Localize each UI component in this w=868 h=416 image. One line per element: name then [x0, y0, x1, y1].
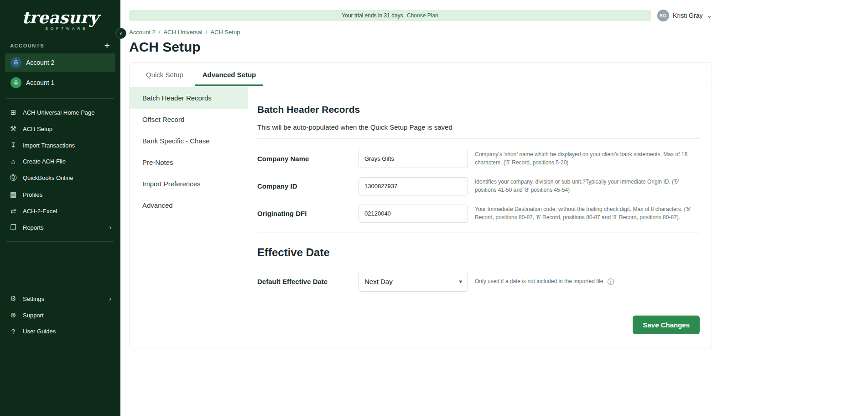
breadcrumb: Account 2 / ACH Universal / ACH Setup: [129, 29, 712, 36]
company-name-input[interactable]: [359, 150, 468, 168]
breadcrumb-separator: /: [159, 29, 161, 36]
default-effective-date-label: Default Effective Date: [257, 278, 352, 285]
chevron-down-icon: ⌄: [706, 11, 712, 20]
sidebar-collapse-button[interactable]: ‹: [115, 28, 126, 39]
breadcrumb-account-2[interactable]: Account 2: [129, 29, 156, 36]
info-icon[interactable]: ⓘ: [608, 277, 614, 286]
sidebar-item-reports[interactable]: ❐ Reports ›: [0, 219, 120, 236]
tab-bar: Quick Setup Advanced Setup: [130, 63, 712, 86]
question-circle-icon: ?: [9, 327, 17, 335]
company-id-input[interactable]: [359, 177, 468, 195]
effective-date-title: Effective Date: [257, 246, 700, 259]
nav-label: Settings: [23, 295, 44, 302]
tab-quick-setup[interactable]: Quick Setup: [139, 63, 191, 86]
effective-date-help-text: Only used if a date is not included in t…: [475, 278, 605, 285]
nav-label: User Guides: [23, 328, 56, 335]
divider: [257, 232, 700, 232]
nav-label: ACH Setup: [23, 126, 52, 132]
originating-dfi-help: Your Immediate Destination code, without…: [475, 205, 700, 221]
sidebar-item-settings[interactable]: ⚙ Settings ›: [0, 290, 120, 307]
form-footer: Save Changes: [257, 316, 700, 334]
company-id-label: Company ID: [257, 182, 352, 190]
form-area: Batch Header Records This will be auto-p…: [248, 86, 712, 348]
section-title: Batch Header Records: [257, 104, 700, 115]
add-account-icon[interactable]: +: [104, 42, 110, 49]
gear-icon: ⚙: [9, 295, 17, 303]
company-id-help: Identifies your company, division or sub…: [475, 178, 700, 194]
nav-label: Create ACH File: [23, 158, 66, 165]
nav-label: Reports: [23, 224, 44, 231]
select-value: Next Day: [364, 278, 393, 285]
sync-arrows-icon: ⇄: [9, 207, 17, 215]
bank-icon: ⛁: [10, 57, 21, 68]
field-row-default-effective-date: Default Effective Date Next Day ▾ Only u…: [257, 272, 700, 292]
brand-name: treasury: [0, 9, 120, 26]
sidebar-divider: [6, 241, 114, 242]
setup-card: Quick Setup Advanced Setup Batch Header …: [129, 62, 712, 348]
nav-label: ACH-2-Excel: [23, 208, 57, 215]
originating-dfi-input[interactable]: [359, 205, 468, 223]
sidebar-item-quickbooks-online[interactable]: Ⓠ QuickBooks Online: [0, 169, 120, 186]
avatar: KG: [657, 10, 669, 21]
caret-down-icon: ▾: [459, 278, 462, 285]
breadcrumb-ach-universal[interactable]: ACH Universal: [163, 29, 202, 36]
accounts-header: ACCOUNTS +: [0, 33, 120, 53]
page: treasury SOFTWARE ACCOUNTS + ⛁ Account 2…: [0, 0, 868, 416]
account-label: Account 1: [26, 79, 54, 86]
subnav-item-pre-notes[interactable]: Pre-Notes: [130, 152, 248, 173]
subnav-item-offset-record[interactable]: Offset Record: [130, 109, 248, 130]
main-content: Your trial ends in 31 days. Choose Plan …: [120, 0, 868, 416]
sidebar-item-ach-2-excel[interactable]: ⇄ ACH-2-Excel: [0, 203, 120, 219]
chevron-right-icon: ›: [109, 295, 111, 302]
user-menu[interactable]: KG Kristi Gray ⌄: [657, 10, 712, 21]
subnav-item-import-preferences[interactable]: Import Preferences: [130, 173, 248, 195]
subnav-item-batch-header-records[interactable]: Batch Header Records: [130, 87, 248, 109]
sidebar-item-account-1[interactable]: ⛁ Account 1: [5, 74, 115, 92]
accounts-label: ACCOUNTS: [10, 43, 44, 48]
default-effective-date-select[interactable]: Next Day ▾: [359, 272, 468, 292]
choose-plan-link[interactable]: Choose Plan: [407, 12, 438, 19]
chevron-right-icon: ›: [109, 224, 111, 231]
sidebar-item-user-guides[interactable]: ? User Guides: [0, 323, 120, 339]
brand-tagline: SOFTWARE: [0, 26, 120, 31]
collapse-chevron-icon: ‹: [120, 30, 122, 37]
folder-icon: ❐: [9, 223, 17, 232]
divider: [257, 138, 700, 139]
nav-label: ACH Universal Home Page: [23, 109, 95, 116]
sidebar-spacer: [0, 247, 120, 290]
user-name: Kristi Gray: [673, 12, 702, 19]
nav-label: Support: [23, 312, 44, 319]
account-label: Account 2: [26, 59, 54, 66]
sidebar-item-profiles[interactable]: ▤ Profiles: [0, 186, 120, 203]
tab-advanced-setup[interactable]: Advanced Setup: [195, 63, 264, 86]
card-body: Batch Header Records Offset Record Bank …: [130, 86, 712, 348]
brand-logo: treasury SOFTWARE: [0, 0, 120, 33]
sidebar-item-support[interactable]: ⊛ Support: [0, 307, 120, 323]
sidebar-item-account-2[interactable]: ⛁ Account 2: [5, 53, 115, 72]
subnav-item-advanced[interactable]: Advanced: [130, 195, 248, 216]
originating-dfi-label: Originating DFI: [257, 210, 352, 217]
section-subtitle: This will be auto-populated when the Qui…: [257, 123, 700, 131]
save-changes-button[interactable]: Save Changes: [633, 316, 700, 334]
lifebuoy-icon: ⊛: [9, 311, 17, 319]
home-grid-icon: ⊞: [9, 108, 17, 116]
bank-file-icon: ⌂: [9, 158, 17, 165]
nav-label: QuickBooks Online: [23, 174, 73, 181]
subnav-item-bank-specific-chase[interactable]: Bank Specific - Chase: [130, 130, 248, 152]
sidebar-divider: [6, 98, 114, 99]
field-row-company-id: Company ID Identifies your company, divi…: [257, 177, 700, 195]
field-row-originating-dfi: Originating DFI Your Immediate Destinati…: [257, 205, 700, 223]
wrench-icon: ⚒: [9, 125, 17, 133]
sidebar-item-create-ach-file[interactable]: ⌂ Create ACH File: [0, 153, 120, 169]
sidebar-footer: ⚙ Settings › ⊛ Support ? User Guides: [0, 290, 120, 416]
field-row-company-name: Company Name Company's 'short' name whic…: [257, 150, 700, 168]
bank-icon: ⛁: [10, 77, 21, 88]
sidebar-item-ach-universal-home[interactable]: ⊞ ACH Universal Home Page: [0, 104, 120, 121]
sidebar-item-import-transactions[interactable]: ↧ Import Transactions: [0, 137, 120, 153]
profile-card-icon: ▤: [9, 190, 17, 199]
trial-banner-text: Your trial ends in 31 days.: [342, 12, 405, 19]
nav-label: Import Transactions: [23, 142, 75, 149]
breadcrumb-separator: /: [206, 29, 208, 36]
company-name-label: Company Name: [257, 155, 352, 163]
sidebar-item-ach-setup[interactable]: ⚒ ACH Setup: [0, 121, 120, 137]
